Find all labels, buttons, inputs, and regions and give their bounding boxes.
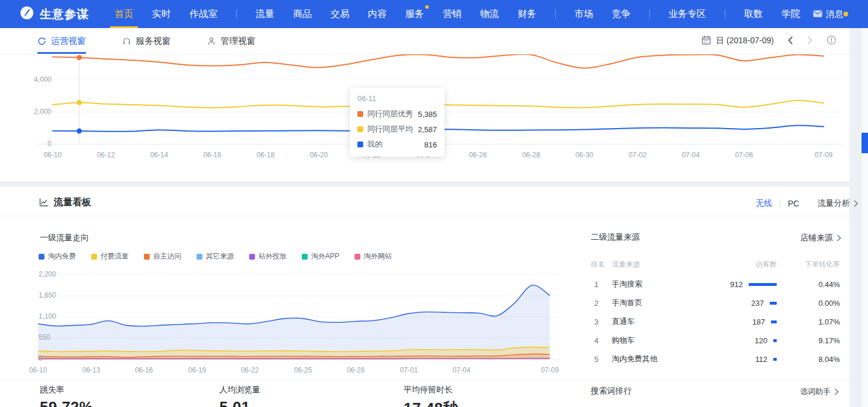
visitors-cell: 912: [700, 280, 784, 289]
rank-cell: 5: [591, 355, 612, 364]
legend-item[interactable]: 淘内免费: [39, 251, 76, 261]
nav-item[interactable]: 学院: [781, 0, 800, 28]
x-tick-label: 06-26: [464, 151, 492, 159]
legend-swatch: [302, 254, 308, 260]
nav-item[interactable]: 取数: [744, 0, 763, 28]
legend-item[interactable]: 站外投放: [249, 251, 287, 261]
date-controls: 日 (2018-07-09): [701, 35, 849, 47]
nav-item-messages[interactable]: 消息: [813, 9, 868, 20]
chart-tooltip: 06-11 同行同层优秀 5,385 同行同层平均 2,587 我的 816: [350, 88, 445, 157]
nav-item[interactable]: 内容: [368, 0, 387, 28]
x-tick-label: 06-22: [236, 366, 264, 374]
x-tick-label: 06-16: [130, 366, 158, 374]
trend-line: [53, 54, 824, 68]
visitors-value: 912: [730, 280, 743, 289]
calendar-icon: [701, 35, 711, 47]
prev-date-button[interactable]: [787, 36, 794, 47]
date-picker-label: 日 (2018-07-09): [716, 36, 774, 46]
nav-item[interactable]: 营销: [443, 0, 461, 28]
nav-item[interactable]: 业务专区: [669, 0, 706, 28]
conversion-rate-cell: 8.04%: [784, 355, 840, 364]
legend-label: 淘外网站: [364, 251, 392, 261]
messages-label: 消息: [826, 9, 843, 20]
tab-sync[interactable]: 运营视窗: [37, 28, 86, 54]
tooltip-row: 同行同层平均 2,587: [357, 124, 437, 134]
y-tick-label: 1,100: [39, 312, 56, 320]
table-row[interactable]: 5淘内免费其他1128.04%: [591, 350, 840, 368]
y-tick-label: 0: [39, 354, 43, 363]
visitors-cell: 120: [700, 336, 784, 345]
traffic-analysis-link[interactable]: 流量分析: [817, 198, 859, 209]
x-tick-label: 07-01: [395, 366, 423, 374]
table-row[interactable]: 4购物车1209.17%: [591, 331, 840, 350]
legend-swatch: [91, 254, 97, 260]
word-helper-link[interactable]: 选词助手: [800, 387, 839, 397]
next-date-button[interactable]: [807, 36, 814, 47]
stat-label: 跳失率: [40, 385, 93, 395]
info-icon[interactable]: [826, 35, 836, 47]
legend-item[interactable]: 付费流量: [91, 251, 129, 261]
x-tick-label: 06-14: [145, 151, 173, 159]
nav-item[interactable]: 交易: [330, 0, 349, 28]
x-tick-label: 06-10: [24, 366, 52, 374]
visitors-cell: 112: [700, 355, 784, 364]
shop-source-link[interactable]: 店铺来源: [800, 233, 842, 243]
legend-swatch: [144, 254, 150, 260]
column-header: 访客数: [700, 260, 784, 270]
scrollbar-track[interactable]: [861, 28, 868, 407]
date-picker[interactable]: 日 (2018-07-09): [701, 35, 774, 47]
legend-label: 淘内免费: [48, 251, 76, 261]
tab-person[interactable]: 管理视窗: [207, 28, 256, 54]
nav-item[interactable]: 财务: [518, 0, 536, 28]
board-controls: 无线 PC 流量分析: [756, 198, 859, 209]
hover-dot: [77, 100, 82, 105]
x-tick-label: 07-04: [677, 151, 705, 159]
headset-icon: [122, 37, 131, 46]
conversion-rate-cell: 1.07%: [784, 318, 840, 326]
legend-item[interactable]: 淘外APP: [302, 251, 339, 261]
source-table-header: 排名流量来源访客数下单转化率: [591, 260, 840, 270]
legend-item[interactable]: 其它来源: [197, 251, 234, 261]
legend-item[interactable]: 自主访问: [144, 251, 181, 261]
toggle-pc[interactable]: PC: [788, 199, 799, 208]
legend-label: 其它来源: [206, 251, 234, 261]
x-tick-label: 06-19: [183, 366, 211, 374]
legend-swatch: [39, 254, 44, 260]
source-name-cell: 购物车: [612, 335, 700, 346]
y-tick-label: 2,000: [8, 108, 51, 116]
x-tick-label: 07-02: [624, 151, 652, 159]
nav-item[interactable]: 物流: [480, 0, 499, 28]
legend-item[interactable]: 淘外网站: [354, 251, 392, 261]
person-icon: [207, 37, 216, 46]
table-row[interactable]: 3直通车1871.07%: [591, 312, 840, 331]
nav-item[interactable]: 作战室: [190, 0, 218, 28]
chevron-right-icon: [853, 200, 859, 207]
nav-item[interactable]: 流量: [256, 0, 274, 28]
nav-item[interactable]: 首页: [115, 0, 133, 28]
visitors-value: 120: [755, 336, 767, 345]
visitors-value: 187: [752, 318, 765, 326]
notification-dot: [843, 12, 848, 16]
table-row[interactable]: 2手淘首页2370.00%: [591, 294, 840, 312]
nav-item[interactable]: 服务: [405, 0, 424, 28]
y-tick-label: 1,650: [39, 291, 56, 299]
view-tabbar: 运营视窗服务视窗管理视窗 日 (2018-07-09): [0, 28, 849, 54]
tab-headset[interactable]: 服务视窗: [122, 28, 171, 54]
visitors-bar: [749, 283, 777, 286]
scrollbar-thumb[interactable]: [862, 133, 868, 153]
notification-dot: [425, 5, 429, 9]
source-table-title: 二级流量来源: [591, 232, 640, 243]
table-row[interactable]: 1手淘搜索9120.44%: [591, 275, 840, 294]
x-tick-label: 06-13: [77, 366, 105, 374]
nav-item[interactable]: 市场: [574, 0, 593, 28]
brand[interactable]: 生意参谋: [0, 6, 89, 22]
divider: [0, 216, 849, 216]
x-tick-label: 06-18: [252, 151, 280, 159]
board-title: 流量看板: [54, 196, 91, 209]
nav-item[interactable]: 竞争: [612, 0, 631, 28]
nav-item[interactable]: 实时: [152, 0, 171, 28]
toggle-wireless[interactable]: 无线: [756, 198, 772, 209]
page: 生意参谋 首页实时作战室流量商品交易内容服务营销物流财务市场竞争业务专区取数学院…: [0, 0, 868, 407]
nav-item[interactable]: 商品: [293, 0, 312, 28]
y-tick-label: 2,200: [39, 270, 56, 278]
